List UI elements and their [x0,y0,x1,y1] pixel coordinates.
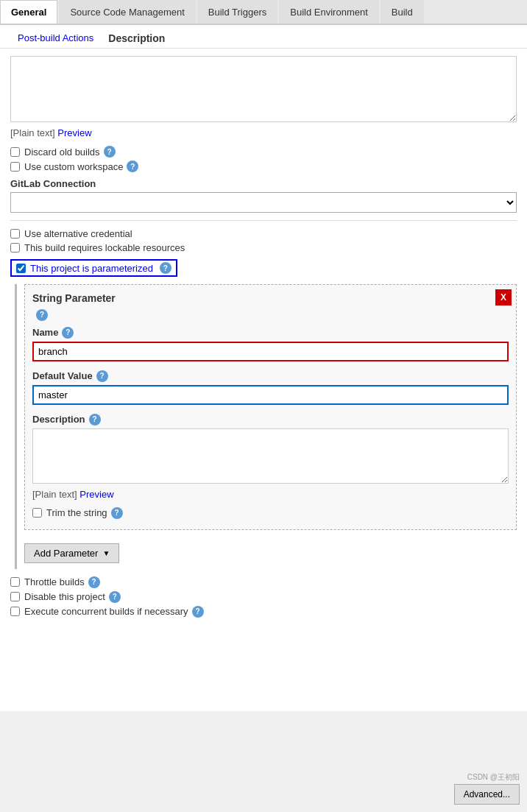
trim-string-label: Trim the string [46,507,107,518]
string-param-help-icon[interactable]: ? [36,309,48,321]
discard-builds-label: Discard old builds [24,146,100,158]
default-value-input[interactable] [32,385,509,405]
execute-concurrent-label: Execute concurrent builds if necessary [24,606,188,617]
trim-string-checkbox[interactable] [32,508,42,518]
string-param-box: X String Parameter ? Name ? Default Valu… [24,284,517,530]
disable-project-label: Disable this project [24,591,105,602]
inner-desc-textarea[interactable] [32,428,509,484]
parameterized-row: This project is parameterized ? [10,259,177,277]
lockable-resources-row: This build requires lockable resources [10,242,517,253]
main-content: [Plain text] Preview Discard old builds … [0,49,527,711]
execute-concurrent-checkbox[interactable] [10,607,20,616]
string-param-title: String Parameter [32,292,116,304]
parameterized-label: This project is parameterized [30,263,153,274]
add-param-arrow-icon: ▼ [102,549,110,557]
execute-concurrent-row: Execute concurrent builds if necessary ? [10,606,517,618]
throttle-builds-help-icon[interactable]: ? [88,576,100,588]
disable-project-help-icon[interactable]: ? [109,591,121,603]
plain-text-label: [Plain text] [10,127,55,138]
custom-workspace-label: Use custom workspace [24,161,123,172]
inner-preview-link[interactable]: Preview [79,489,113,500]
alt-credential-row: Use alternative credential [10,228,517,239]
delete-param-button[interactable]: X [495,289,512,306]
trim-string-help-icon[interactable]: ? [111,507,123,519]
lockable-resources-checkbox[interactable] [10,243,20,253]
description-textarea[interactable] [10,56,517,122]
custom-workspace-help-icon[interactable]: ? [127,160,138,172]
parameterized-help-icon[interactable]: ? [160,262,171,274]
throttle-builds-label: Throttle builds [24,576,85,587]
custom-workspace-checkbox[interactable] [10,162,20,172]
param-section: X String Parameter ? Name ? Default Valu… [15,284,517,569]
custom-workspace-row: Use custom workspace ? [10,160,517,172]
execute-concurrent-help-icon[interactable]: ? [192,606,204,618]
preview-link[interactable]: Preview [57,127,91,138]
tab-build[interactable]: Build [381,0,424,24]
alt-credential-checkbox[interactable] [10,229,20,239]
plain-text-row: [Plain text] Preview [10,127,517,138]
tab-triggers[interactable]: Build Triggers [197,0,277,24]
discard-builds-row: Discard old builds ? [10,146,517,158]
gitlab-connection-select[interactable] [10,192,517,213]
post-build-actions-link[interactable]: Post-build Actions [7,28,104,48]
name-input[interactable] [32,342,509,361]
default-value-help-icon[interactable]: ? [96,370,108,382]
disable-project-row: Disable this project ? [10,591,517,603]
disable-project-checkbox[interactable] [10,592,20,601]
trim-string-row: Trim the string ? [32,507,509,519]
throttle-builds-row: Throttle builds ? [10,576,517,588]
add-parameter-button[interactable]: Add Parameter ▼ [24,543,119,563]
parameterized-checkbox[interactable] [16,264,26,273]
inner-desc-field-label: Description ? [32,414,509,426]
inner-plain-text-label: [Plain text] [32,489,77,500]
name-help-icon[interactable]: ? [62,327,74,339]
tab-bar: General Source Code Management Build Tri… [0,0,527,25]
tab-environment[interactable]: Build Environment [279,0,379,24]
default-value-field-label: Default Value ? [32,370,509,382]
tab-scm[interactable]: Source Code Management [59,0,195,24]
lockable-resources-label: This build requires lockable resources [24,242,185,253]
throttle-builds-checkbox[interactable] [10,577,20,587]
discard-builds-help-icon[interactable]: ? [104,146,116,158]
bottom-checkboxes: Throttle builds ? Disable this project ?… [10,576,517,618]
alt-credential-label: Use alternative credential [24,228,132,239]
inner-plain-text-row: [Plain text] Preview [32,489,509,500]
gitlab-connection-label: GitLab Connection [10,178,517,189]
divider-1 [10,220,517,221]
discard-builds-checkbox[interactable] [10,147,20,157]
description-header: Description [108,32,165,44]
inner-desc-help-icon[interactable]: ? [89,414,101,426]
tab-general[interactable]: General [0,0,57,24]
add-param-label: Add Parameter [34,548,98,559]
name-field-label: Name ? [32,327,509,339]
